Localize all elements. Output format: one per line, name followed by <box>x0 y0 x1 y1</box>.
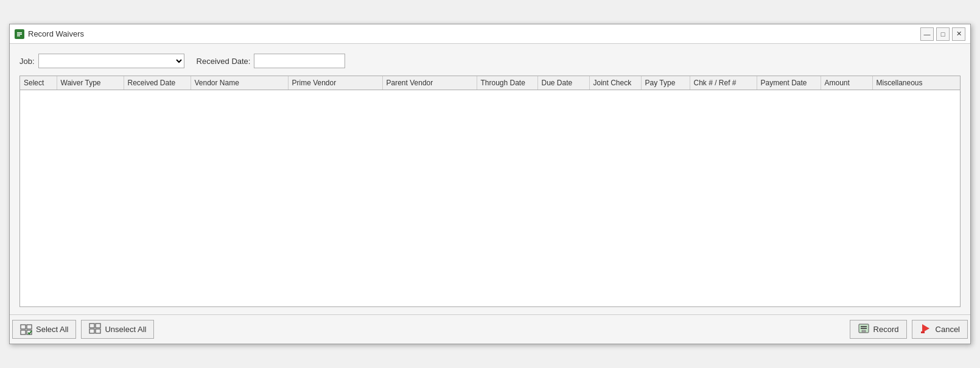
close-button[interactable]: ✕ <box>952 27 965 41</box>
col-pay-type: Pay Type <box>641 76 690 90</box>
table-header-row: Select Waiver Type Received Date Vendor … <box>20 76 960 90</box>
footer-bar: Select All Unselect All <box>10 314 970 344</box>
unselect-all-icon <box>89 323 101 336</box>
svg-rect-2 <box>17 34 22 35</box>
received-date-input[interactable] <box>254 54 345 68</box>
received-date-field-group: Received Date: <box>197 54 346 68</box>
svg-rect-5 <box>27 325 32 329</box>
waivers-table: Select Waiver Type Received Date Vendor … <box>20 76 960 90</box>
svg-rect-9 <box>96 324 100 328</box>
svg-rect-11 <box>96 329 100 333</box>
footer-left-buttons: Select All Unselect All <box>12 320 154 339</box>
cancel-icon <box>920 323 932 336</box>
select-all-icon <box>20 325 32 334</box>
main-window: Record Waivers — □ ✕ Job: Received Date: <box>9 24 971 344</box>
svg-rect-6 <box>21 330 26 334</box>
window-body: Job: Received Date: Select Waiver Type R… <box>10 44 970 314</box>
svg-rect-13 <box>861 326 867 327</box>
cancel-label: Cancel <box>936 325 960 334</box>
select-all-button[interactable]: Select All <box>12 320 76 339</box>
col-prime-vendor: Prime Vendor <box>288 76 382 90</box>
col-parent-vendor: Parent Vendor <box>382 76 477 90</box>
job-label: Job: <box>19 57 35 66</box>
svg-rect-1 <box>17 32 22 34</box>
unselect-all-button[interactable]: Unselect All <box>81 320 154 339</box>
svg-rect-17 <box>921 331 925 333</box>
record-button[interactable]: Record <box>850 320 907 339</box>
record-icon <box>858 323 870 336</box>
footer-right-buttons: Record Cancel <box>850 320 968 339</box>
col-through-date: Through Date <box>477 76 537 90</box>
svg-marker-16 <box>922 324 929 333</box>
unselect-all-label: Unselect All <box>105 325 146 334</box>
record-label: Record <box>873 325 899 334</box>
col-select: Select <box>20 76 57 90</box>
waivers-table-container: Select Waiver Type Received Date Vendor … <box>19 76 961 307</box>
title-bar: Record Waivers — □ ✕ <box>10 24 970 44</box>
svg-rect-4 <box>21 325 26 329</box>
form-row: Job: Received Date: <box>19 54 961 68</box>
select-all-label: Select All <box>36 325 68 334</box>
received-date-label: Received Date: <box>197 57 251 66</box>
col-received-date: Received Date <box>124 76 191 90</box>
table-header: Select Waiver Type Received Date Vendor … <box>20 76 960 90</box>
col-chk-ref: Chk # / Ref # <box>690 76 757 90</box>
window-title: Record Waivers <box>28 29 84 38</box>
col-amount: Amount <box>821 76 872 90</box>
svg-rect-3 <box>17 35 20 37</box>
app-icon <box>15 29 24 39</box>
col-waiver-type: Waiver Type <box>57 76 124 90</box>
svg-rect-15 <box>862 330 866 332</box>
col-vendor-name: Vendor Name <box>191 76 288 90</box>
col-joint-check: Joint Check <box>589 76 641 90</box>
job-select[interactable] <box>38 54 184 68</box>
col-miscellaneous: Miscellaneous <box>872 76 960 90</box>
col-payment-date: Payment Date <box>757 76 821 90</box>
svg-rect-10 <box>89 329 94 333</box>
minimize-button[interactable]: — <box>920 27 934 41</box>
svg-rect-14 <box>861 328 867 329</box>
job-field-group: Job: <box>19 54 184 68</box>
cancel-button[interactable]: Cancel <box>912 320 968 339</box>
col-due-date: Due Date <box>537 76 589 90</box>
svg-rect-8 <box>89 324 94 328</box>
title-bar-left: Record Waivers <box>15 29 84 39</box>
maximize-button[interactable]: □ <box>936 27 950 41</box>
window-controls: — □ ✕ <box>920 27 965 41</box>
